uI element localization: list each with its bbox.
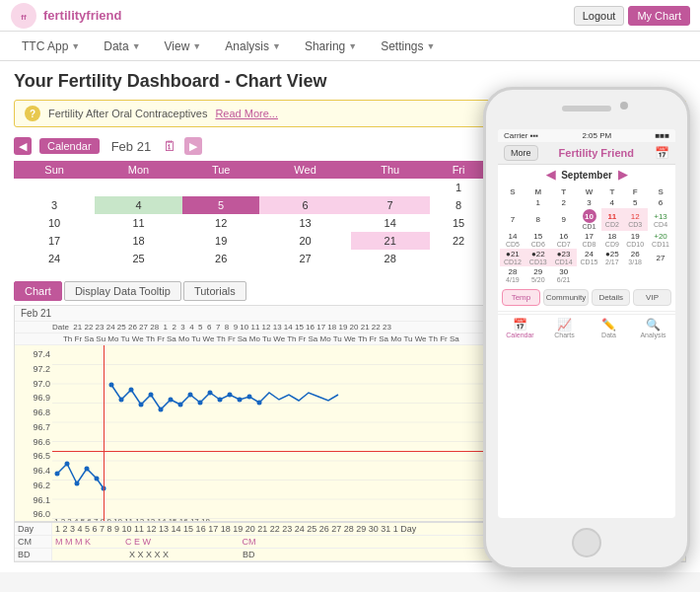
cal-month: Feb 21 <box>111 139 151 154</box>
cal-cell[interactable]: 10 <box>14 214 95 232</box>
phone-cal-next[interactable]: ▶ <box>618 168 627 182</box>
logout-button[interactable]: Logout <box>574 6 625 26</box>
logo-area: ff fertilityfriend <box>10 2 121 30</box>
phone-action-buttons: Temp Community Details VIP <box>498 286 675 309</box>
table-row: S M T W T F S <box>500 186 673 197</box>
cal-cell[interactable] <box>182 179 260 196</box>
phone-cal-grid: S M T W T F S 1 <box>498 185 675 286</box>
cal-cell[interactable]: 13 <box>259 214 350 232</box>
phone-nav-icon: 📅 <box>655 146 669 160</box>
table-row: 7 8 9 10CD1 11CD2 12CD3 +13CD4 <box>500 208 673 231</box>
phone-cal-prev[interactable]: ◀ <box>546 168 555 182</box>
phone-divider <box>498 311 675 312</box>
phone-tab-charts[interactable]: 📈 Charts <box>542 315 587 341</box>
nav-analysis[interactable]: Analysis ▼ <box>213 34 293 59</box>
svg-point-15 <box>95 477 100 481</box>
cal-cell[interactable] <box>430 250 488 267</box>
svg-point-13 <box>75 481 80 486</box>
cal-cell[interactable]: 18 <box>95 232 182 250</box>
nav-view[interactable]: View ▼ <box>153 34 214 59</box>
svg-point-23 <box>169 398 174 403</box>
cal-cell[interactable]: 19 <box>182 232 260 250</box>
table-row: ●21CD12 ●22CD13 ●23CD14 24CD15 ●252/17 2… <box>500 249 673 266</box>
ph-col-t2: T <box>601 186 622 197</box>
cal-cell[interactable]: 24 <box>14 250 95 267</box>
svg-point-32 <box>257 401 262 406</box>
cal-cell[interactable]: 28 <box>351 250 430 267</box>
svg-point-18 <box>119 398 124 403</box>
phone-carrier: Carrier ▪▪▪ <box>504 131 538 140</box>
phone-app-title: Fertility Friend <box>542 147 651 159</box>
cal-cell[interactable]: 21 <box>351 232 430 250</box>
cal-cell[interactable]: 20 <box>259 232 350 250</box>
tab-tutorials[interactable]: Tutorials <box>183 281 246 301</box>
svg-point-24 <box>178 403 183 407</box>
cal-cell[interactable]: 22 <box>430 232 488 250</box>
cal-cell[interactable]: 12 <box>182 214 260 232</box>
nav-ttc-arrow: ▼ <box>71 41 80 51</box>
cal-header-tue: Tue <box>182 161 260 179</box>
nav-ttc-app[interactable]: TTC App ▼ <box>10 34 92 59</box>
logo-text: fertilityfriend <box>43 8 121 23</box>
cal-cell[interactable]: 7 <box>351 196 430 214</box>
phone-home-button[interactable] <box>572 528 601 557</box>
svg-point-17 <box>109 383 114 388</box>
phone-details-btn[interactable]: Details <box>592 289 630 306</box>
phone-cal-body: 1 2 3 4 5 6 7 8 9 10CD1 <box>500 197 673 284</box>
cal-cell[interactable] <box>14 179 95 196</box>
phone-back-btn[interactable]: More <box>504 145 538 161</box>
table-row: 17 18 19 20 21 22 23 <box>14 232 558 250</box>
phone-tab-data[interactable]: ✏️ Data <box>587 315 631 341</box>
cal-cell[interactable]: 15 <box>430 214 488 232</box>
ph-col-w: W <box>577 186 602 197</box>
phone-community-btn[interactable]: Community <box>543 289 589 306</box>
cal-cell[interactable]: 8 <box>430 196 488 214</box>
cal-cell[interactable]: 3 <box>14 196 95 214</box>
cal-header-mon: Mon <box>95 161 182 179</box>
cal-cell[interactable]: 5 <box>182 196 260 214</box>
cal-cell[interactable]: 4 <box>95 196 182 214</box>
nav-data[interactable]: Data ▼ <box>92 34 152 59</box>
phone-vip-btn[interactable]: VIP <box>633 289 671 306</box>
nav-sharing[interactable]: Sharing ▼ <box>293 34 369 59</box>
calendar-icon[interactable]: 🗓 <box>163 138 176 154</box>
cal-header-fri: Fri <box>430 161 488 179</box>
nav-settings[interactable]: Settings ▼ <box>369 34 447 59</box>
svg-text:ff: ff <box>21 13 27 22</box>
cal-cell[interactable]: 11 <box>95 214 182 232</box>
cal-cell[interactable]: 27 <box>259 250 350 267</box>
cal-cell[interactable]: 6 <box>259 196 350 214</box>
phone-cal-table: S M T W T F S 1 <box>500 186 673 284</box>
banner-read-more[interactable]: Read More... <box>215 108 278 119</box>
phone-screen: Carrier ▪▪▪ 2:05 PM ■■■ More Fertility F… <box>498 129 675 518</box>
my-chart-button[interactable]: My Chart <box>628 6 690 26</box>
cal-cell[interactable] <box>351 179 430 196</box>
table-row: 284/19 295/20 306/21 <box>500 266 673 284</box>
logo-icon: ff <box>10 2 37 30</box>
cal-cell[interactable]: 1 <box>430 179 488 196</box>
phone-tab-analysis[interactable]: 🔍 Analysis <box>631 315 675 341</box>
cal-prev-btn[interactable]: ◀ <box>14 137 32 155</box>
phone-shell: Carrier ▪▪▪ 2:05 PM ■■■ More Fertility F… <box>483 87 690 570</box>
nav-data-arrow: ▼ <box>132 41 141 51</box>
cal-cell[interactable]: 17 <box>14 232 95 250</box>
svg-point-28 <box>218 398 223 403</box>
cal-cell[interactable]: 25 <box>95 250 182 267</box>
tab-display-data[interactable]: Display Data Tooltip <box>64 281 181 301</box>
tab-chart[interactable]: Chart <box>14 281 62 301</box>
phone-tab-calendar[interactable]: 📅 Calendar <box>498 315 542 341</box>
svg-point-22 <box>159 407 164 412</box>
calendar-label: Calendar <box>39 138 100 154</box>
header-actions: Logout My Chart <box>574 6 690 26</box>
phone-temp-btn[interactable]: Temp <box>502 289 540 306</box>
svg-point-29 <box>228 393 233 398</box>
svg-point-26 <box>198 401 203 406</box>
svg-point-31 <box>247 395 252 400</box>
cal-cell[interactable] <box>259 179 350 196</box>
cal-cell[interactable]: 26 <box>182 250 260 267</box>
phone-time: 2:05 PM <box>582 131 611 140</box>
cal-cell[interactable]: 14 <box>351 214 430 232</box>
svg-point-21 <box>149 393 154 398</box>
cal-next-btn[interactable]: ▶ <box>184 137 202 155</box>
cal-cell[interactable] <box>95 179 182 196</box>
